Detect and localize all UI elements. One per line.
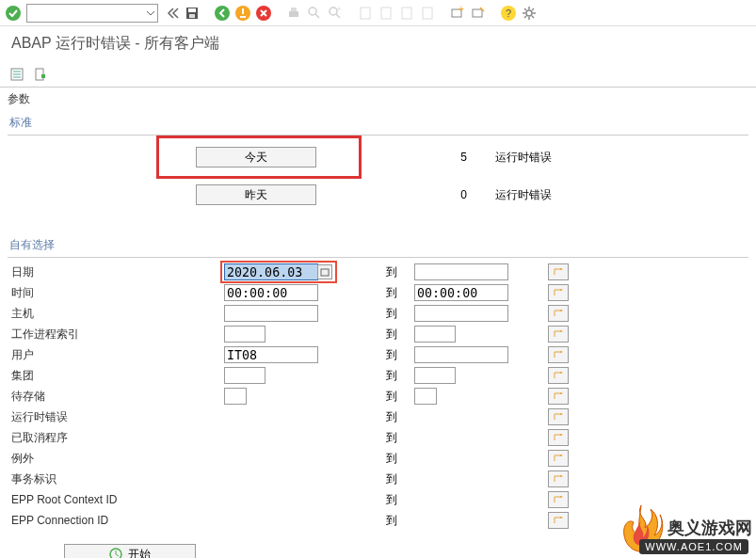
shortcut-icon[interactable] <box>469 4 488 23</box>
wpindex-label: 工作进程索引 <box>8 327 224 343</box>
user-to-input[interactable] <box>414 346 508 363</box>
params-label: 参数 <box>0 88 756 111</box>
keep-label: 待存储 <box>8 389 224 405</box>
time-from-input[interactable] <box>224 284 318 301</box>
start-button[interactable]: 开始 <box>64 544 196 558</box>
svg-line-41 <box>116 554 119 556</box>
cancel-icon[interactable] <box>254 4 273 23</box>
svg-text:?: ? <box>506 8 511 19</box>
find-icon[interactable] <box>305 4 324 23</box>
time-label: 时间 <box>8 285 224 301</box>
host-multi-button[interactable] <box>548 305 569 322</box>
help-icon[interactable]: ? <box>499 4 518 23</box>
watermark-url: WWW.AOE1.COM <box>639 539 748 554</box>
yesterday-button[interactable]: 昨天 <box>196 184 316 205</box>
nav-back-icon[interactable] <box>162 4 181 23</box>
svg-rect-2 <box>188 8 196 12</box>
time-to-label: 到 <box>386 285 414 301</box>
page-title: ABAP 运行时错误 - 所有客户端 <box>0 26 756 61</box>
host-to-input[interactable] <box>414 305 508 322</box>
canceled-multi-button[interactable] <box>548 429 569 446</box>
own-selection-title: 自有选择 <box>8 233 748 258</box>
wpindex-to-input[interactable] <box>414 326 456 343</box>
exception-multi-button[interactable] <box>548 450 569 467</box>
ok-icon[interactable] <box>4 4 23 23</box>
yesterday-count: 0 <box>354 188 467 201</box>
today-desc: 运行时错误 <box>495 150 552 166</box>
standard-group-title: 标准 <box>8 111 748 136</box>
next-page-icon[interactable] <box>397 4 416 23</box>
back-icon[interactable] <box>213 4 232 23</box>
svg-text:+: + <box>458 6 464 14</box>
wpindex-to-label: 到 <box>386 327 414 343</box>
host-from-input[interactable] <box>224 305 318 322</box>
settings-icon[interactable] <box>520 4 539 23</box>
yesterday-desc: 运行时错误 <box>495 187 552 203</box>
time-multi-button[interactable] <box>548 284 569 301</box>
svg-line-30 <box>532 8 534 10</box>
keep-multi-button[interactable] <box>548 388 569 405</box>
app-toolbar <box>0 61 756 88</box>
client-to-input[interactable] <box>414 367 456 384</box>
user-to-label: 到 <box>386 347 414 363</box>
svg-rect-16 <box>402 8 411 19</box>
keep-to-label: 到 <box>386 389 414 405</box>
watermark-text: 奥义游戏网 <box>668 517 752 539</box>
date-picker-icon[interactable] <box>317 264 332 279</box>
exit-icon[interactable] <box>233 4 252 23</box>
svg-rect-14 <box>361 8 370 19</box>
save-icon[interactable] <box>183 4 201 23</box>
wpindex-from-input[interactable] <box>224 326 265 343</box>
time-to-input[interactable] <box>414 284 508 301</box>
print-icon[interactable] <box>284 4 303 23</box>
canceled-label: 已取消程序 <box>8 430 224 446</box>
epproot-to-label: 到 <box>386 492 414 508</box>
svg-line-12 <box>336 14 340 18</box>
client-from-input[interactable] <box>224 367 265 384</box>
date-label: 日期 <box>8 264 224 280</box>
variant-icon[interactable] <box>32 65 51 84</box>
new-session-icon[interactable]: + <box>448 4 467 23</box>
svg-line-29 <box>532 16 534 18</box>
date-to-input[interactable] <box>414 263 508 280</box>
last-page-icon[interactable] <box>418 4 437 23</box>
svg-point-9 <box>309 8 316 15</box>
user-multi-button[interactable] <box>548 346 569 363</box>
list-icon[interactable] <box>8 65 26 84</box>
epproot-label: EPP Root Context ID <box>8 493 224 506</box>
svg-rect-37 <box>41 74 45 78</box>
system-toolbar: + + ? <box>0 0 756 26</box>
chevron-down-icon <box>146 8 155 18</box>
svg-rect-15 <box>381 8 391 19</box>
rterror-multi-button[interactable] <box>548 408 569 425</box>
command-field[interactable] <box>26 4 158 23</box>
client-multi-button[interactable] <box>548 367 569 384</box>
eppconn-multi-button[interactable] <box>548 512 569 529</box>
keep-to-input[interactable] <box>414 388 437 405</box>
today-button[interactable]: 今天 <box>196 147 316 167</box>
svg-line-28 <box>524 8 526 10</box>
keep-from-input[interactable] <box>224 388 247 405</box>
svg-line-31 <box>524 16 526 18</box>
date-from-input[interactable] <box>224 263 318 280</box>
date-multi-button[interactable] <box>548 263 569 280</box>
exception-label: 例外 <box>8 451 224 467</box>
prev-page-icon[interactable] <box>377 4 395 23</box>
first-page-icon[interactable] <box>356 4 375 23</box>
host-to-label: 到 <box>386 306 414 322</box>
svg-point-23 <box>526 10 532 16</box>
trans-label: 事务标识 <box>8 471 224 487</box>
exception-to-label: 到 <box>386 451 414 467</box>
svg-point-0 <box>6 6 21 21</box>
find-next-icon[interactable]: + <box>326 4 345 23</box>
svg-rect-20 <box>473 9 482 17</box>
date-to-label: 到 <box>386 264 414 280</box>
user-from-input[interactable] <box>224 346 318 363</box>
eppconn-to-label: 到 <box>386 513 414 529</box>
svg-text:+: + <box>337 6 341 12</box>
trans-multi-button[interactable] <box>548 470 569 487</box>
svg-point-4 <box>215 6 230 21</box>
rterror-to-label: 到 <box>386 409 414 425</box>
wpindex-multi-button[interactable] <box>548 326 569 343</box>
epproot-multi-button[interactable] <box>548 491 569 508</box>
